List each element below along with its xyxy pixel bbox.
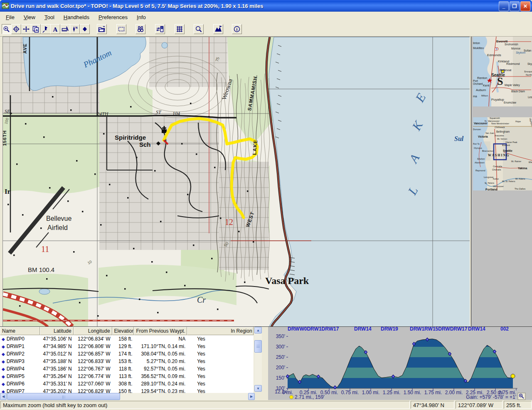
column-header[interactable]: In Region [187, 327, 254, 335]
scroll-right-button[interactable]: ▶ [248, 393, 255, 400]
waypoint-button[interactable] [80, 24, 90, 34]
svg-text:A: A [36, 28, 38, 32]
city-label: North [526, 74, 532, 76]
compass-button[interactable]: N [70, 24, 80, 34]
menu-info[interactable]: Info [133, 13, 149, 22]
y-axis-tick: 200' [276, 365, 285, 370]
waypoint-icon [81, 25, 89, 33]
open-file-button[interactable] [97, 24, 107, 34]
grid-icon [175, 25, 184, 33]
waypoint-row[interactable]: ◆DRWP447°35.186' N122°06.767' W118 ft.92… [0, 365, 254, 373]
waypoint-row[interactable]: ◆DRWP147°34.985' N122°06.806' W129 ft.17… [0, 343, 254, 350]
waypoint-row[interactable]: ◆DRWP647°35.331' N122°07.060' W308 ft.28… [0, 380, 254, 388]
gps-transfer-button[interactable] [155, 24, 165, 34]
binoculars-button[interactable] [135, 24, 145, 34]
ruler-button[interactable] [60, 24, 70, 34]
profile-waypoint-label: DRWW0DRW1DRW17 [288, 327, 339, 332]
column-header[interactable]: Name [0, 327, 40, 335]
profile-waypoint-label: DRW14 [354, 327, 372, 332]
elevation-profile-icon [214, 25, 222, 33]
column-header[interactable]: Elevation [112, 327, 134, 335]
x-axis-tick: 0.75 mi. [341, 390, 359, 395]
panel-splitter[interactable] [262, 327, 268, 400]
waypoint-table[interactable]: NameLatitudeLongitudeElevationFrom Previ… [0, 327, 254, 393]
center-map-button[interactable] [11, 24, 21, 34]
city-label: Mt. St. Helens [502, 180, 515, 183]
waypoint-icon: ◆ [2, 374, 5, 379]
city-label: Vancouver [493, 185, 504, 188]
waypoint-row[interactable]: ◆DRWP047°35.106' N122°06.834' W158 ft.NA… [0, 335, 254, 343]
waypoint-icon: ◆ [2, 359, 5, 364]
profile-zoom-button[interactable] [518, 393, 525, 400]
side-panel: lintonEverettSnohomishMonroeSultanMukilt… [470, 37, 532, 326]
scroll-thumb[interactable] [254, 340, 262, 353]
info-button[interactable]: i [232, 24, 242, 34]
status-bar: Maximum zoom (hold shift key to zoom out… [0, 400, 532, 410]
overview-map-regional[interactable]: lintonEverettSnohomishMonroeSultanMukilt… [473, 37, 532, 106]
map-viewport[interactable]: PhantomAVESE24THST104156TH100Spiritridge… [2, 37, 470, 327]
city-label: ma [473, 95, 477, 98]
city-label: Kelso [493, 178, 499, 180]
city-label: Mt. Adams [515, 178, 525, 180]
cursor-longitude: 122°07.089' W [456, 401, 502, 409]
menu-tool[interactable]: Tool [41, 13, 58, 22]
grid-button[interactable] [175, 24, 185, 34]
title-bar[interactable]: Drive run and walk Color.tpo* - TOPO! - … [0, 0, 532, 12]
minimize-button[interactable]: _ [499, 1, 509, 11]
text-label-button[interactable]: A [50, 24, 60, 34]
scroll-down-button[interactable]: ▼ [254, 385, 262, 392]
x-axis-tick: 1.25 mi. [383, 390, 401, 395]
scroll-thumb[interactable] [7, 393, 120, 400]
map-label: Ir [5, 188, 11, 195]
map-label: ST [156, 109, 162, 115]
menu-file[interactable]: File [2, 13, 18, 22]
magnifier-button[interactable] [194, 24, 204, 34]
city-label: Les [528, 96, 532, 99]
table-vertical-scrollbar[interactable]: ▲ ▼ [254, 327, 262, 392]
elevation-profile-button[interactable] [213, 24, 223, 34]
city-label: Centralia [493, 165, 502, 168]
elevation-profile-panel[interactable]: 350'300'250'200'150'100'0 mi.0.25 mi.0.5… [268, 327, 532, 400]
menu-preferences[interactable]: Preferences [95, 13, 131, 22]
scroll-left-button[interactable]: ◀ [0, 393, 7, 400]
profile-end-marker [511, 374, 515, 378]
map-label: Sch [139, 141, 151, 148]
zoom-in-icon [2, 25, 11, 33]
waypoint-icon: ◆ [2, 389, 5, 393]
city-label: Renton [477, 77, 487, 80]
waypoint-row[interactable]: ◆DRWP547°35.264' N122°06.774' W113 ft.35… [0, 373, 254, 380]
waypoint-row[interactable]: ◆DRWP247°35.012' N122°06.857' W174 ft.30… [0, 350, 254, 358]
waypoint-row[interactable]: ◆DRWP347°35.188' N122°06.833' W153 ft.5.… [0, 358, 254, 365]
scroll-up-button[interactable]: ▲ [254, 327, 262, 333]
x-axis-tick: 1.00 mi. [362, 390, 380, 395]
city-label: Seattle [503, 149, 512, 152]
zoom-in-button[interactable] [2, 24, 12, 34]
menu-handhelds[interactable]: Handhelds [60, 13, 93, 22]
overview-map-state[interactable]: SquamishN. VancouverVancouverNew Westmin… [473, 117, 532, 190]
city-label: Port To [473, 143, 480, 145]
x-axis-tick: 1.75 mi. [424, 390, 442, 395]
column-header[interactable]: Latitude [40, 327, 74, 335]
restore-button[interactable]: ❐ [510, 1, 520, 11]
menu-view[interactable]: View [20, 13, 39, 22]
pan-button[interactable] [21, 24, 31, 34]
city-label: Black Diam [511, 90, 525, 93]
close-button[interactable]: ✕ [520, 1, 530, 11]
waypoint-row[interactable]: ◆DRWP747°35.202' N122°06.829' W150 ft.12… [0, 388, 254, 393]
city-label: Auburn [476, 89, 486, 92]
topo-map[interactable]: PhantomAVESE24THST104156TH100Spiritridge… [3, 37, 470, 327]
city-label: Yakima [518, 167, 527, 170]
column-header[interactable]: Longitude [74, 327, 112, 335]
select-region-icon [117, 25, 126, 33]
table-horizontal-scrollbar[interactable]: ◀ ▶ [0, 393, 255, 400]
waypoint-icon: ◆ [2, 382, 5, 386]
waypoint-icon: ◆ [2, 344, 5, 349]
table-header[interactable]: NameLatitudeLongitudeElevationFrom Previ… [0, 327, 254, 335]
y-axis-tick: 300' [276, 344, 285, 350]
y-axis-tick: 350' [276, 333, 285, 339]
select-region-button[interactable] [116, 24, 126, 34]
copy-map-button[interactable]: A [31, 24, 41, 34]
pushpin-button[interactable] [41, 24, 51, 34]
column-header[interactable]: From Previous Waypt. [134, 327, 187, 335]
text-label-icon: A [51, 25, 59, 33]
